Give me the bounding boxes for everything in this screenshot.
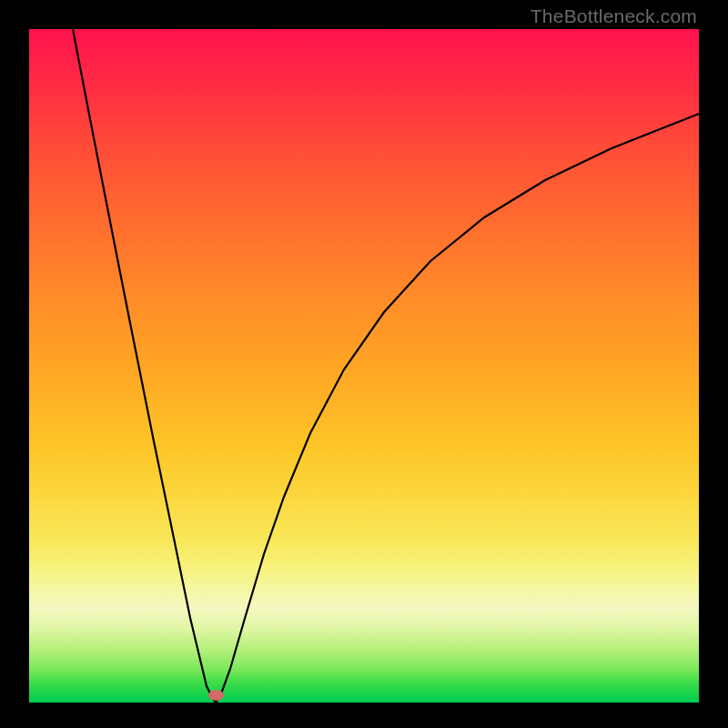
plot-area — [29, 29, 699, 703]
curve-svg — [29, 29, 699, 703]
watermark-text: TheBottleneck.com — [531, 5, 697, 27]
minimum-marker — [208, 690, 224, 701]
chart-container: TheBottleneck.com — [0, 0, 728, 728]
curve-path — [73, 29, 699, 703]
